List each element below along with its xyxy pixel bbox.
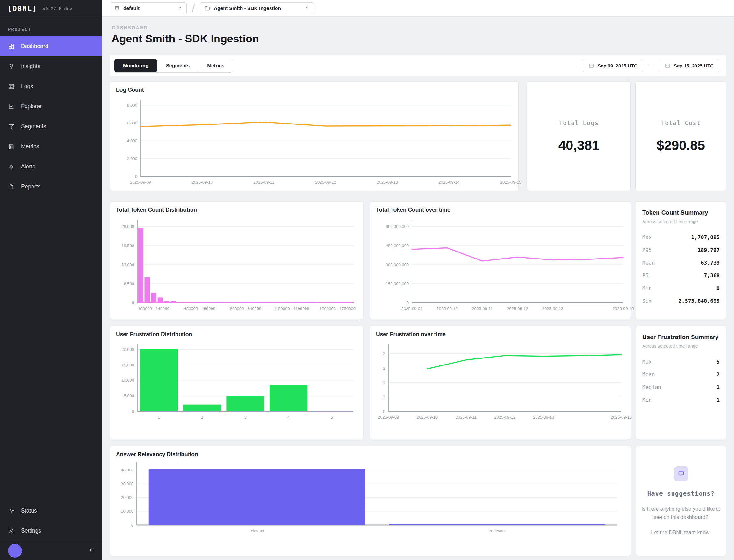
summary-row: P57,368 xyxy=(642,273,720,279)
svg-text:2025-09-13: 2025-09-13 xyxy=(377,180,398,185)
token-count-over-time-chart: 0150,000,000300,000,000450,000,000600,00… xyxy=(374,218,626,315)
svg-text:6,500: 6,500 xyxy=(124,281,134,286)
svg-text:2025-09-15: 2025-09-15 xyxy=(613,306,634,311)
svg-text:0: 0 xyxy=(131,523,133,528)
svg-text:2: 2 xyxy=(383,366,385,371)
chart-title: Log Count xyxy=(116,87,144,93)
tab-metrics[interactable]: Metrics xyxy=(198,59,233,72)
table-icon xyxy=(8,83,15,90)
stat-value: 40,381 xyxy=(559,138,599,153)
summary-row: Median1 xyxy=(642,384,720,390)
sidebar-item-settings[interactable]: Settings xyxy=(0,521,102,541)
svg-text:150,000,000: 150,000,000 xyxy=(386,281,409,286)
svg-text:2,000: 2,000 xyxy=(127,156,137,161)
svg-text:26,000: 26,000 xyxy=(121,224,134,229)
svg-text:0: 0 xyxy=(132,409,134,414)
svg-text:8,000: 8,000 xyxy=(127,103,137,108)
sidebar-item-label: Metrics xyxy=(21,143,39,150)
token-count-distribution-card: Total Token Count Distribution 06,50013,… xyxy=(110,201,363,319)
sidebar-item-dashboard[interactable]: Dashboard xyxy=(0,36,102,56)
user-frustration-over-time-chart: 011222025-09-092025-09-102025-09-112025-… xyxy=(374,343,626,425)
avatar[interactable] xyxy=(8,544,22,558)
svg-text:10,000: 10,000 xyxy=(121,378,134,383)
sidebar-item-label: Segments xyxy=(21,123,46,130)
suggestions-card: Have suggestions? Is there anything else… xyxy=(636,446,726,556)
svg-text:450000 - 499999: 450000 - 499999 xyxy=(184,306,215,311)
project-select-value: Agent Smith - SDK Ingestion xyxy=(214,5,281,11)
summary-rows: Max1,707,095 P95189,797 Mean63,739 P57,3… xyxy=(642,234,720,304)
date-end-value: Sep 15, 2025 UTC xyxy=(674,63,714,68)
svg-text:300,000,000: 300,000,000 xyxy=(386,262,409,267)
svg-text:0: 0 xyxy=(407,301,409,305)
namespace-select-value: default xyxy=(123,5,139,11)
svg-text:2025-09-11: 2025-09-11 xyxy=(253,180,274,185)
svg-text:1: 1 xyxy=(383,380,385,385)
svg-text:2: 2 xyxy=(383,351,385,356)
summary-row: P95189,797 xyxy=(642,247,720,253)
sidebar-item-label: Status xyxy=(21,507,37,514)
namespace-select[interactable]: default xyxy=(110,2,187,14)
user-menu[interactable] xyxy=(0,541,102,560)
svg-text:600,000,000: 600,000,000 xyxy=(386,224,409,229)
sidebar-item-segments[interactable]: Segments xyxy=(0,117,102,137)
svg-text:800000 - 849999: 800000 - 849999 xyxy=(230,306,261,311)
project-select[interactable]: Agent Smith - SDK Ingestion xyxy=(200,2,314,14)
summary-row: Max5 xyxy=(642,359,720,365)
tab-segments[interactable]: Segments xyxy=(157,59,198,72)
svg-text:2025-09-10: 2025-09-10 xyxy=(191,180,213,185)
tab-monitoring[interactable]: Monitoring xyxy=(114,59,157,72)
sidebar-item-reports[interactable]: Reports xyxy=(0,177,102,197)
svg-text:2: 2 xyxy=(201,415,203,420)
chart-title: User Frustration Distribution xyxy=(116,331,192,338)
document-icon xyxy=(8,183,15,190)
sidebar-item-logs[interactable]: Logs xyxy=(0,76,102,96)
svg-text:2025-09-10: 2025-09-10 xyxy=(417,415,438,420)
summary-subtitle: Across selected time range xyxy=(642,219,720,224)
app-screen: [DBNL] v0.27.0-dev PROJECT Dashboard Ins… xyxy=(0,0,734,560)
sidebar-footer: Status Settings xyxy=(0,501,102,560)
calendar-icon xyxy=(588,63,594,68)
dashboard-icon xyxy=(8,43,15,50)
user-frustration-summary-card: User Frustration Summary Across selected… xyxy=(636,326,726,439)
sidebar-item-label: Alerts xyxy=(21,163,35,170)
token-count-summary-card: Token Count Summary Across selected time… xyxy=(636,201,726,319)
svg-text:5,000: 5,000 xyxy=(124,393,134,398)
svg-text:2025-09-11: 2025-09-11 xyxy=(472,306,493,311)
svg-text:2025-09-13: 2025-09-13 xyxy=(542,306,564,311)
summary-row: Mean63,739 xyxy=(642,260,720,266)
activity-icon xyxy=(8,507,15,514)
chat-bubble-icon xyxy=(674,466,688,481)
chart-title: Total Token Count over time xyxy=(376,207,451,213)
user-frustration-over-time-card: User Frustration over time 011222025-09-… xyxy=(370,326,631,439)
date-range-separator: — xyxy=(648,62,654,69)
date-start-input[interactable]: Sep 09, 2025 UTC xyxy=(583,59,643,72)
suggestions-text: Is there anything else you’d like to see… xyxy=(641,505,721,521)
summary-row: Min0 xyxy=(642,285,720,291)
sidebar-item-alerts[interactable]: Alerts xyxy=(0,157,102,177)
svg-text:13,000: 13,000 xyxy=(121,262,134,267)
svg-text:1: 1 xyxy=(383,394,385,399)
svg-text:20,000: 20,000 xyxy=(121,495,133,500)
svg-text:2025-09-12: 2025-09-12 xyxy=(315,180,336,185)
svg-text:2025-09-13: 2025-09-13 xyxy=(533,415,554,420)
sidebar-item-metrics[interactable]: Metrics xyxy=(0,137,102,157)
svg-text:15,000: 15,000 xyxy=(121,363,134,367)
svg-text:3: 3 xyxy=(244,415,246,420)
chevron-up-down-icon xyxy=(89,548,94,554)
sidebar-item-status[interactable]: Status xyxy=(0,501,102,521)
token-count-distribution-chart: 06,50013,00019,50026,000100000 - 1499994… xyxy=(114,218,358,315)
answer-relevancy-distribution-chart: 010,00020,00030,00040,000relevantirrelev… xyxy=(114,461,624,538)
funnel-icon xyxy=(8,123,15,130)
sidebar-item-explorer[interactable]: Explorer xyxy=(0,96,102,117)
toolbar-band: Monitoring Segments Metrics Sep 09, 2025… xyxy=(110,55,726,76)
svg-text:irrelevant: irrelevant xyxy=(489,528,506,533)
app-version: v0.27.0-dev xyxy=(43,6,72,11)
view-tabs: Monitoring Segments Metrics xyxy=(114,59,233,73)
sidebar-item-label: Insights xyxy=(21,63,40,70)
summary-subtitle: Across selected time range xyxy=(642,344,720,349)
date-end-input[interactable]: Sep 15, 2025 UTC xyxy=(659,59,719,72)
sidebar-item-label: Dashboard xyxy=(21,43,48,50)
sidebar-item-insights[interactable]: Insights xyxy=(0,56,102,76)
svg-text:2025-09-12: 2025-09-12 xyxy=(494,415,516,420)
stat-label: Total Cost xyxy=(661,119,701,126)
